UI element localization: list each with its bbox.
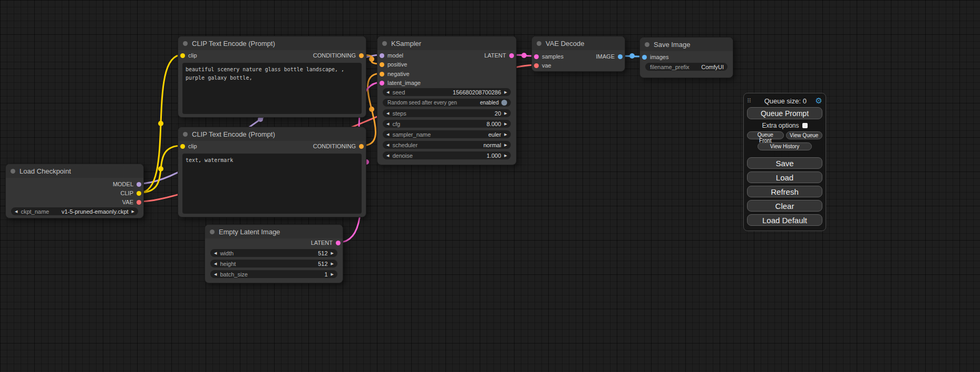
slot-label: CLIP [121,190,133,196]
node-clip-text-encode-negative[interactable]: CLIP Text Encode (Prompt) clip CONDITION… [178,127,366,217]
widget-left-arrow-icon[interactable]: ◀ [214,249,217,257]
collapse-dot-icon[interactable] [382,41,387,46]
output-dot-conditioning[interactable] [359,53,364,58]
widget-right-arrow-icon[interactable]: ▶ [331,249,334,257]
node-ksampler[interactable]: KSampler model LATENT positive negative … [377,36,517,165]
widget-denoise[interactable]: ◀ denoise 1.000 ▶ [383,151,511,159]
widget-ckpt-name[interactable]: ◀ ckpt_name v1-5-pruned-emaonly.ckpt ▶ [11,207,138,215]
output-dot-image[interactable] [618,54,623,59]
widget-right-arrow-icon[interactable]: ▶ [504,151,507,159]
output-dot-clip[interactable] [137,191,141,196]
node-title-bar[interactable]: Empty Latent Image [205,225,343,239]
node-title-bar[interactable]: VAE Decode [532,36,625,50]
collapse-dot-icon[interactable] [645,42,649,47]
load-default-button[interactable]: Load Default [747,214,822,226]
input-dot-vae[interactable] [534,63,539,68]
collapse-dot-icon[interactable] [183,132,188,137]
widget-right-arrow-icon[interactable]: ▶ [331,270,334,278]
input-dot-positive[interactable] [380,62,384,67]
wire-midpoint-dot[interactable] [158,121,163,126]
wire-midpoint-dot[interactable] [629,53,635,59]
output-dot-vae[interactable] [137,200,141,205]
widget-left-arrow-icon[interactable]: ◀ [386,120,389,128]
node-title-bar[interactable]: KSampler [377,36,516,50]
widget-right-arrow-icon[interactable]: ▶ [132,207,134,215]
collapse-dot-icon[interactable] [183,41,188,46]
widget-steps[interactable]: ◀ steps 20 ▶ [383,109,511,117]
wire-midpoint-dot[interactable] [521,53,527,58]
refresh-button[interactable]: Refresh [747,186,822,197]
widget-left-arrow-icon[interactable]: ◀ [214,260,217,268]
input-dot-images[interactable] [642,55,647,60]
view-history-button[interactable]: View History [758,142,812,150]
widget-right-arrow-icon[interactable]: ▶ [331,260,334,268]
output-dot-model[interactable] [137,182,141,187]
negative-prompt-textarea[interactable]: text, watermark [182,154,362,214]
widget-name: seed [392,89,405,96]
output-dot-latent[interactable] [336,241,341,245]
widget-value: 20 [494,110,501,117]
widget-left-arrow-icon[interactable]: ◀ [15,207,17,215]
widget-left-arrow-icon[interactable]: ◀ [214,270,217,278]
clear-button[interactable]: Clear [747,200,822,212]
queue-front-button[interactable]: Queue Front [747,131,784,139]
drag-handle-icon[interactable]: ⠿ [747,98,755,104]
widget-right-arrow-icon[interactable]: ▶ [504,130,507,138]
widget-left-arrow-icon[interactable]: ◀ [386,151,389,159]
node-title: CLIP Text Encode (Prompt) [192,130,275,138]
widget-sampler-name[interactable]: ◀ sampler_name euler ▶ [383,130,511,138]
widget-seed[interactable]: ◀ seed 156680208700286 ▶ [383,88,511,96]
widget-name: cfg [392,121,400,127]
wire-midpoint-dot[interactable] [158,166,163,171]
widget-left-arrow-icon[interactable]: ◀ [386,109,389,117]
node-clip-text-encode-positive[interactable]: CLIP Text Encode (Prompt) clip CONDITION… [178,36,366,118]
widget-width[interactable]: ◀ width 512 ▶ [210,249,337,257]
input-dot-latent-image[interactable] [380,81,384,85]
output-dot-latent[interactable] [509,53,514,58]
extra-options-row: Extra options [747,122,822,129]
widget-scheduler[interactable]: ◀ scheduler normal ▶ [383,141,511,149]
widget-left-arrow-icon[interactable]: ◀ [386,141,389,149]
widget-cfg[interactable]: ◀ cfg 8.000 ▶ [383,120,511,128]
node-save-image[interactable]: Save Image images filename_prefix ComfyU… [639,37,733,78]
toggle-knob-icon[interactable] [501,100,507,106]
widget-right-arrow-icon[interactable]: ▶ [504,141,507,149]
positive-prompt-textarea[interactable]: beautiful scenery nature glass bottle la… [182,63,362,114]
extra-options-checkbox[interactable] [802,123,808,128]
node-title-bar[interactable]: CLIP Text Encode (Prompt) [178,36,366,50]
queue-prompt-button[interactable]: Queue Prompt [747,107,822,119]
widget-left-arrow-icon[interactable]: ◀ [386,88,389,96]
save-button[interactable]: Save [747,157,822,169]
widget-filename-prefix[interactable]: filename_prefix ComfyUI [645,63,727,71]
slot-label: LATENT [484,52,506,59]
settings-gear-icon[interactable]: ⚙ [816,96,822,106]
widget-right-arrow-icon[interactable]: ▶ [504,109,507,117]
collapse-dot-icon[interactable] [210,230,215,234]
node-empty-latent-image[interactable]: Empty Latent Image LATENT ◀ width 512 ▶ … [205,224,343,283]
queue-buttons-row: Queue Front View Queue [747,131,822,139]
view-history-row: View History [747,141,822,150]
node-canvas[interactable]: Load Checkpoint MODEL CLIP VAE ◀ ckpt_na… [0,0,980,372]
wire-midpoint-dot[interactable] [369,107,374,112]
widget-right-arrow-icon[interactable]: ▶ [504,88,507,96]
output-dot-conditioning[interactable] [359,144,364,149]
node-load-checkpoint[interactable]: Load Checkpoint MODEL CLIP VAE ◀ ckpt_na… [5,164,144,218]
node-vae-decode[interactable]: VAE Decode samples IMAGE vae [531,36,625,72]
widget-random-seed-toggle[interactable]: Random seed after every gen enabled [383,99,511,107]
collapse-dot-icon[interactable] [11,169,15,174]
collapse-dot-icon[interactable] [537,41,541,46]
node-title-bar[interactable]: CLIP Text Encode (Prompt) [178,127,366,141]
node-title-bar[interactable]: Save Image [640,37,733,51]
view-queue-button[interactable]: View Queue [786,131,823,139]
wire-midpoint-dot[interactable] [369,56,374,62]
widget-name: width [220,250,234,256]
input-slot-latent-image: latent_image [377,79,516,87]
widget-left-arrow-icon[interactable]: ◀ [386,130,389,138]
slot-label: LATENT [311,240,333,246]
widget-batch-size[interactable]: ◀ batch_size 1 ▶ [210,270,337,278]
node-title-bar[interactable]: Load Checkpoint [6,164,143,178]
widget-height[interactable]: ◀ height 512 ▶ [210,260,337,268]
widget-right-arrow-icon[interactable]: ▶ [504,120,507,128]
input-dot-negative[interactable] [380,72,384,77]
load-button[interactable]: Load [747,171,822,183]
